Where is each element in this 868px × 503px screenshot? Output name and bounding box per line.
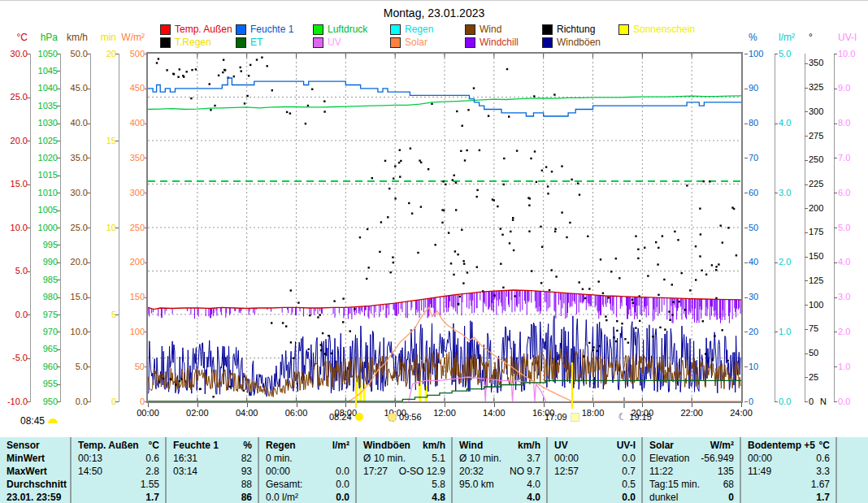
sun-event-time: 09:56	[399, 412, 422, 422]
table-row-label: Durchschnitt	[0, 478, 70, 491]
axis-tick-label: 40	[749, 257, 758, 267]
axis-tick-label: 450	[107, 83, 145, 93]
axis-tick-label: 225	[809, 179, 823, 189]
plot-area	[146, 52, 743, 403]
table-cell-time: 17:27	[363, 465, 388, 478]
table-group-unit: W/m²	[710, 439, 734, 452]
axis-tick	[57, 106, 60, 106]
sun-event-marker-line	[623, 397, 625, 408]
axis-tick-label: 985	[20, 275, 58, 284]
legend-label: Windböen	[557, 37, 601, 48]
table-cell-value: 86	[241, 491, 252, 503]
axis-tick	[744, 228, 748, 228]
x-tick-label: 18:00	[575, 408, 611, 418]
weather-chart-page: Montag, 23.01.2023 Temp. AußenFeuchte 1L…	[0, 0, 868, 503]
axis-unit-°: °	[809, 32, 813, 43]
axis-tick	[805, 353, 808, 354]
axis-tick	[834, 401, 837, 402]
axis-tick-label: 35.0	[50, 153, 88, 163]
axis-tick-label: 6.0	[838, 188, 850, 197]
table-cell-value: 4.0	[527, 491, 540, 503]
table-group-title: Feuchte 1	[173, 439, 219, 452]
axis-tick-label: 1025	[20, 136, 58, 145]
table-group-unit: km/h	[518, 439, 540, 452]
legend-color-swatch	[390, 24, 401, 35]
axis-unit-Wm: W/m²	[96, 32, 145, 43]
axis-tick	[805, 305, 808, 306]
table-cell-value: 4.0	[527, 478, 540, 491]
axis-tick-label: 10.0	[838, 49, 855, 59]
table-row: 86	[167, 491, 258, 503]
x-tick-label: 02:00	[180, 408, 215, 418]
axis-tick	[27, 271, 30, 272]
axis-tick	[805, 184, 808, 185]
axis-tick-label: 3.0	[838, 292, 850, 301]
sun-event-marker-line	[571, 362, 573, 409]
table-cell-value: 88	[241, 478, 252, 491]
table-row: 03:1493	[167, 465, 258, 478]
table-cell-time: 16:31	[173, 452, 197, 465]
table-group-title: Windböen	[363, 439, 410, 452]
axis-tick	[57, 314, 60, 315]
x-tick-mark	[544, 403, 545, 407]
legend-item-richtung: Richtung	[542, 24, 595, 34]
legend-item-et: ET	[236, 37, 263, 47]
table-group-solar: SolarW/m²Elevation-56.94911:22135Tag:15 …	[643, 437, 741, 503]
axis-tick	[805, 280, 808, 281]
table-cell-value: 1.7	[816, 491, 830, 503]
moon-icon: ☾	[618, 413, 627, 421]
x-tick-label: 12:00	[427, 408, 462, 418]
x-tick-label: 24:00	[723, 408, 759, 418]
legend-label: Regen	[405, 24, 433, 35]
axis-tick	[805, 401, 808, 402]
legend-item-wind: Wind	[465, 24, 501, 34]
axis-tick-label: 20.0	[50, 257, 88, 267]
axis-tick-label: 60	[749, 188, 758, 197]
axis-tick-label: 8.0	[838, 118, 850, 128]
table-cell-value: -56.949	[701, 452, 734, 465]
x-tick-label: 04:00	[229, 408, 265, 418]
table-row: Gesamt:0.0	[259, 478, 355, 491]
axis-tick-label: 0.0	[779, 397, 791, 406]
table-sensor-column: SensorMinWertMaxWertDurchschnitt23.01. 2…	[0, 437, 72, 503]
table-cell-time: Tag:15 min.	[649, 478, 700, 491]
table-row: 20:32NO 9.7	[453, 465, 546, 478]
table-cell-value: 135	[718, 465, 734, 478]
table-cell-value: 0.7	[622, 465, 636, 478]
x-tick-label: 00:00	[130, 408, 166, 418]
axis-tick	[805, 160, 808, 161]
legend-item-sonnenschein: Sonnenschein	[618, 24, 695, 34]
legend-item-temp-au-en: Temp. Außen	[160, 24, 232, 34]
table-group-header: UVUV-I	[548, 439, 641, 452]
sun-icon	[355, 413, 363, 421]
table-row: Ø 10 min.5.1	[357, 452, 451, 465]
table-row: 0.0	[548, 491, 641, 503]
legend-color-swatch	[236, 24, 246, 35]
axis-tick	[744, 366, 748, 367]
sun-event-time: 08:24	[329, 412, 352, 422]
legend-item-windchill: Windchill	[465, 37, 519, 47]
table-cell-value: NO 9.7	[510, 465, 540, 478]
axis-tick	[834, 54, 837, 54]
legend-label: Wind	[480, 24, 501, 35]
axis-tick-label: 5.0	[50, 362, 88, 371]
table-row: 00:130.6	[72, 452, 165, 465]
axis-tick	[744, 262, 748, 263]
axis-tick	[834, 193, 837, 193]
table-row: 5.8	[357, 478, 451, 491]
table-cell-value: 0.6	[816, 452, 830, 465]
axis-tick	[775, 193, 778, 193]
table-row: 1.7	[72, 491, 165, 503]
axis-tick	[87, 297, 90, 298]
axis-tick-label: 4.0	[779, 118, 791, 128]
legend-color-swatch	[313, 24, 323, 35]
table-group-title: Solar	[649, 439, 674, 452]
x-tick-mark	[345, 403, 346, 407]
sun-event-annotation: 08:24	[318, 412, 363, 422]
table-group-title: Bodentemp +5	[748, 439, 815, 452]
table-filler	[837, 437, 868, 503]
axis-tick	[834, 89, 837, 89]
sun-event-annotation: 09:56	[388, 412, 422, 422]
legend-color-swatch	[236, 37, 246, 48]
table-row: 17:27O-SO 12.9	[357, 465, 451, 478]
